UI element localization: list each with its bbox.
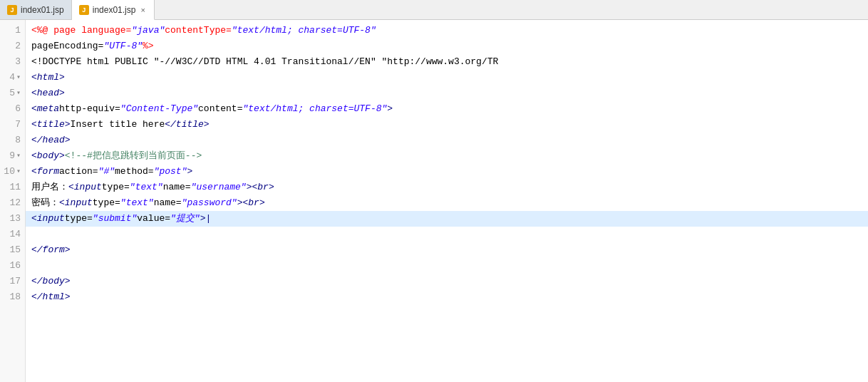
tab-label: index01.jsp [21,5,64,15]
code-segment: <meta [31,101,59,117]
tab-bar: Jindex01.jspJindex01.jsp× [0,0,868,20]
line-number: 2 [0,38,25,54]
code-line: <!DOCTYPE html PUBLIC "-//W3C//DTD HTML … [26,54,868,70]
line-number: 11 [0,180,25,195]
code-segment: method= [115,164,154,180]
code-segment: "password" [182,195,237,211]
code-segment: </form> [31,242,71,258]
code-line: </html> [26,289,868,305]
code-line: <form action="#" method="post"> [26,164,868,180]
line-number: 8 [0,133,25,148]
code-line: <%@ page language="java" contentType="te… [26,23,868,38]
code-segment: <input [59,195,93,211]
code-segment: > [187,164,192,180]
line-number: 16 [0,258,25,274]
code-segment: --> [185,148,202,164]
code-segment: type= [65,211,93,227]
line-number: 1 [0,23,25,38]
line-numbers: 1234▾5▾6789▾10▾1112131415161718 [0,20,26,382]
code-line: <head> [26,86,868,101]
code-segment: <form [31,164,59,180]
line-number: 10▾ [0,164,25,180]
fold-icon[interactable]: ▾ [16,70,21,86]
code-line: </body> [26,274,868,289]
code-segment: "text/html; charset=UTF-8" [232,23,376,38]
code-segment: <input [31,211,65,227]
tab-close-button[interactable]: × [139,5,146,15]
tab-tab2[interactable]: Jindex01.jsp× [72,0,155,20]
tab-tab1[interactable]: Jindex01.jsp [0,0,72,19]
code-segment: 密码： [31,195,59,211]
line-number: 5▾ [0,86,25,101]
code-line: <body> <!-- #把信息跳转到当前页面 --> [26,148,868,164]
fold-icon[interactable]: ▾ [16,164,21,180]
code-segment: <html> [31,70,65,86]
code-segment: <input [68,180,102,195]
code-line: <html> [26,70,868,86]
line-number: 18 [0,289,25,305]
code-line: 用户名：<input type="text" name="username"><… [26,180,868,195]
code-line: </head> [26,133,868,148]
fold-icon[interactable]: ▾ [16,148,21,164]
code-segment: "提交" [170,211,200,227]
code-segment: "UTF-8" [103,38,143,54]
code-segment: "Content-Type" [120,101,198,117]
code-segment: > [237,195,243,211]
code-segment: <!-- [65,148,87,164]
line-number: 14 [0,227,25,242]
code-segment: </head> [31,133,71,148]
code-line: <input type="submit" value="提交">| [26,211,868,227]
fold-icon[interactable]: ▾ [16,86,21,101]
line-number: 6 [0,101,25,117]
code-segment: <head> [31,86,65,101]
code-segment: %> [143,38,154,54]
code-segment: <title> [31,117,71,133]
code-segment: type= [93,195,120,211]
line-number: 13 [0,211,25,227]
code-segment: "text/html; charset=UTF-8" [242,101,387,117]
code-segment: "text" [130,180,163,195]
code-segment: </html> [31,289,71,305]
line-number: 15 [0,242,25,258]
tab-file-icon: J [79,5,89,15]
code-segment: action= [59,164,98,180]
code-segment: "post" [154,164,187,180]
code-line: pageEncoding="UTF-8"%> [26,38,868,54]
line-number: 17 [0,274,25,289]
code-line: </form> [26,242,868,258]
line-number: 7 [0,117,25,133]
code-line: <title>Insert title here</title> [26,117,868,133]
code-segment: Insert title here [71,117,165,133]
code-segment: <body> [31,148,65,164]
code-segment: pageEncoding= [31,38,103,54]
code-segment: value= [137,211,170,227]
code-segment: #把信息跳转到当前页面 [87,148,185,164]
code-segment: <br> [252,180,274,195]
code-line: <meta http-equiv="Content-Type" content=… [26,101,868,117]
code-line [26,227,868,242]
code-segment: </body> [31,274,71,289]
code-segment: <%@ page language= [31,23,131,38]
code-segment: <!DOCTYPE html PUBLIC "-//W3C//DTD HTML … [31,54,498,70]
code-segment: "username" [191,180,247,195]
code-area: 1234▾5▾6789▾10▾1112131415161718 <%@ page… [0,20,868,382]
code-line [26,258,868,274]
code-segment: > [247,180,252,195]
tab-file-icon: J [7,5,17,15]
code-segment: name= [154,195,182,211]
line-number: 9▾ [0,148,25,164]
line-number: 12 [0,195,25,211]
code-segment: type= [102,180,130,195]
code-segment: > [387,101,393,117]
code-segment: "text" [120,195,154,211]
code-segment: name= [163,180,191,195]
code-segment: <br> [242,195,264,211]
line-number: 3 [0,54,25,70]
tab-label: index01.jsp [93,5,136,15]
code-content[interactable]: <%@ page language="java" contentType="te… [26,20,868,382]
code-segment: 用户名： [31,180,68,195]
code-segment: "java" [131,23,165,38]
code-line: 密码：<input type="text" name="password"><b… [26,195,868,211]
code-segment: contentType= [165,23,232,38]
code-segment: "#" [98,164,115,180]
